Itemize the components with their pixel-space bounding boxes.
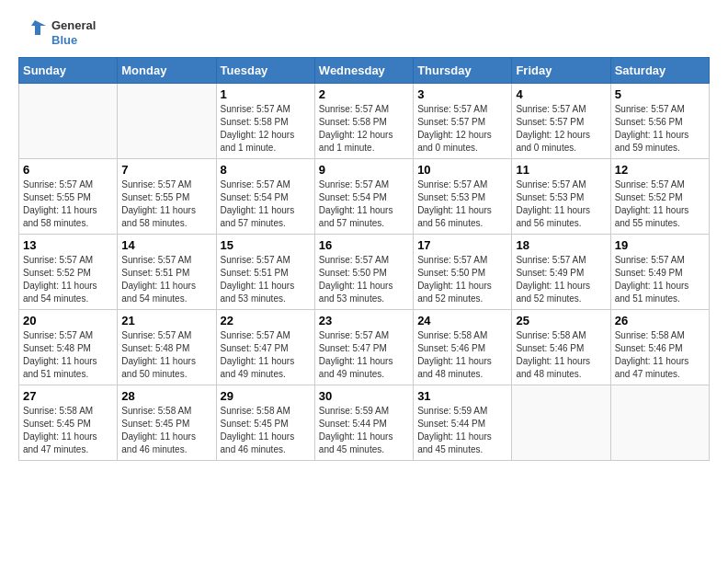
day-detail: Sunrise: 5:57 AMSunset: 5:49 PMDaylight:… [615,254,705,305]
day-detail: Sunrise: 5:58 AMSunset: 5:45 PMDaylight:… [121,405,211,456]
calendar-week-row: 20Sunrise: 5:57 AMSunset: 5:48 PMDayligh… [19,310,710,385]
day-detail: Sunrise: 5:58 AMSunset: 5:45 PMDaylight:… [23,405,113,456]
day-detail: Sunrise: 5:59 AMSunset: 5:44 PMDaylight:… [417,405,507,456]
day-detail: Sunrise: 5:57 AMSunset: 5:47 PMDaylight:… [319,329,409,381]
calendar-week-row: 1Sunrise: 5:57 AMSunset: 5:58 PMDaylight… [19,84,710,159]
weekday-header: Tuesday [216,58,314,84]
calendar-cell: 23Sunrise: 5:57 AMSunset: 5:47 PMDayligh… [314,310,413,385]
day-number: 22 [221,314,311,327]
day-detail: Sunrise: 5:57 AMSunset: 5:51 PMDaylight:… [121,254,211,305]
day-detail: Sunrise: 5:58 AMSunset: 5:46 PMDaylight:… [516,329,606,381]
calendar-cell: 7Sunrise: 5:57 AMSunset: 5:55 PMDaylight… [118,159,216,235]
calendar-cell: 29Sunrise: 5:58 AMSunset: 5:45 PMDayligh… [216,385,314,461]
day-number: 14 [121,238,211,252]
calendar-cell: 31Sunrise: 5:59 AMSunset: 5:44 PMDayligh… [414,385,512,461]
day-number: 17 [417,238,507,252]
day-number: 9 [319,163,409,177]
day-number: 11 [516,163,606,177]
calendar-cell: 24Sunrise: 5:58 AMSunset: 5:46 PMDayligh… [414,310,512,385]
day-detail: Sunrise: 5:59 AMSunset: 5:44 PMDaylight:… [319,405,409,456]
calendar-cell: 16Sunrise: 5:57 AMSunset: 5:50 PMDayligh… [314,235,413,310]
calendar-cell: 1Sunrise: 5:57 AMSunset: 5:58 PMDaylight… [216,84,314,159]
day-number: 16 [319,238,409,252]
day-detail: Sunrise: 5:57 AMSunset: 5:52 PMDaylight:… [615,178,705,230]
calendar-cell: 5Sunrise: 5:57 AMSunset: 5:56 PMDaylight… [610,84,709,159]
day-number: 8 [221,163,311,177]
calendar-cell [118,84,216,159]
calendar-cell [610,385,709,461]
day-detail: Sunrise: 5:57 AMSunset: 5:53 PMDaylight:… [417,178,507,230]
day-detail: Sunrise: 5:57 AMSunset: 5:58 PMDaylight:… [221,103,311,155]
calendar-cell: 11Sunrise: 5:57 AMSunset: 5:53 PMDayligh… [512,159,610,235]
day-number: 1 [221,87,311,101]
day-detail: Sunrise: 5:57 AMSunset: 5:55 PMDaylight:… [121,178,211,230]
day-detail: Sunrise: 5:57 AMSunset: 5:50 PMDaylight:… [319,254,409,305]
logo: GeneralBlue [18,18,96,48]
day-number: 24 [417,314,507,327]
day-detail: Sunrise: 5:57 AMSunset: 5:55 PMDaylight:… [23,178,113,230]
svg-marker-0 [31,20,46,35]
calendar-cell: 2Sunrise: 5:57 AMSunset: 5:58 PMDaylight… [314,84,413,159]
day-number: 10 [417,163,507,177]
calendar-cell: 21Sunrise: 5:57 AMSunset: 5:48 PMDayligh… [118,310,216,385]
day-number: 25 [516,314,606,327]
day-detail: Sunrise: 5:57 AMSunset: 5:57 PMDaylight:… [516,103,606,155]
day-number: 31 [417,389,507,403]
calendar-cell: 13Sunrise: 5:57 AMSunset: 5:52 PMDayligh… [19,235,118,310]
logo-icon [18,18,48,48]
calendar-cell: 20Sunrise: 5:57 AMSunset: 5:48 PMDayligh… [19,310,118,385]
calendar-cell: 25Sunrise: 5:58 AMSunset: 5:46 PMDayligh… [512,310,610,385]
logo-text: GeneralBlue [51,18,96,47]
day-number: 7 [121,163,211,177]
day-detail: Sunrise: 5:57 AMSunset: 5:54 PMDaylight:… [221,178,311,230]
day-detail: Sunrise: 5:57 AMSunset: 5:52 PMDaylight:… [23,254,113,305]
day-number: 26 [615,314,705,327]
calendar-cell: 4Sunrise: 5:57 AMSunset: 5:57 PMDaylight… [512,84,610,159]
day-number: 4 [516,87,606,101]
weekday-header: Monday [118,58,216,84]
day-number: 28 [121,389,211,403]
day-number: 20 [23,314,113,327]
day-number: 30 [319,389,409,403]
calendar-cell [19,84,118,159]
calendar-cell [512,385,610,461]
day-detail: Sunrise: 5:58 AMSunset: 5:46 PMDaylight:… [615,329,705,381]
calendar-cell: 14Sunrise: 5:57 AMSunset: 5:51 PMDayligh… [118,235,216,310]
calendar-week-row: 6Sunrise: 5:57 AMSunset: 5:55 PMDaylight… [19,159,710,235]
day-detail: Sunrise: 5:57 AMSunset: 5:48 PMDaylight:… [121,329,211,381]
day-detail: Sunrise: 5:58 AMSunset: 5:45 PMDaylight:… [221,405,311,456]
calendar-cell: 30Sunrise: 5:59 AMSunset: 5:44 PMDayligh… [314,385,413,461]
calendar-week-row: 27Sunrise: 5:58 AMSunset: 5:45 PMDayligh… [19,385,710,461]
day-detail: Sunrise: 5:57 AMSunset: 5:53 PMDaylight:… [516,178,606,230]
day-number: 19 [615,238,705,252]
calendar-cell: 9Sunrise: 5:57 AMSunset: 5:54 PMDaylight… [314,159,413,235]
day-detail: Sunrise: 5:57 AMSunset: 5:54 PMDaylight:… [319,178,409,230]
day-detail: Sunrise: 5:57 AMSunset: 5:51 PMDaylight:… [221,254,311,305]
calendar-header-row: SundayMondayTuesdayWednesdayThursdayFrid… [19,58,710,84]
day-number: 18 [516,238,606,252]
day-number: 13 [23,238,113,252]
calendar-cell: 18Sunrise: 5:57 AMSunset: 5:49 PMDayligh… [512,235,610,310]
day-detail: Sunrise: 5:58 AMSunset: 5:46 PMDaylight:… [417,329,507,381]
day-number: 23 [319,314,409,327]
calendar-cell: 8Sunrise: 5:57 AMSunset: 5:54 PMDaylight… [216,159,314,235]
calendar-cell: 17Sunrise: 5:57 AMSunset: 5:50 PMDayligh… [414,235,512,310]
calendar-cell: 6Sunrise: 5:57 AMSunset: 5:55 PMDaylight… [19,159,118,235]
day-detail: Sunrise: 5:57 AMSunset: 5:48 PMDaylight:… [23,329,113,381]
calendar-cell: 3Sunrise: 5:57 AMSunset: 5:57 PMDaylight… [414,84,512,159]
day-number: 5 [615,87,705,101]
calendar-cell: 15Sunrise: 5:57 AMSunset: 5:51 PMDayligh… [216,235,314,310]
calendar-cell: 28Sunrise: 5:58 AMSunset: 5:45 PMDayligh… [118,385,216,461]
calendar-cell: 27Sunrise: 5:58 AMSunset: 5:45 PMDayligh… [19,385,118,461]
weekday-header: Sunday [19,58,118,84]
day-detail: Sunrise: 5:57 AMSunset: 5:50 PMDaylight:… [417,254,507,305]
weekday-header: Saturday [610,58,709,84]
page-header: GeneralBlue [18,18,710,48]
day-number: 6 [23,163,113,177]
day-number: 21 [121,314,211,327]
day-number: 15 [221,238,311,252]
day-number: 3 [417,87,507,101]
day-detail: Sunrise: 5:57 AMSunset: 5:58 PMDaylight:… [319,103,409,155]
calendar-table: SundayMondayTuesdayWednesdayThursdayFrid… [18,57,710,461]
day-detail: Sunrise: 5:57 AMSunset: 5:49 PMDaylight:… [516,254,606,305]
